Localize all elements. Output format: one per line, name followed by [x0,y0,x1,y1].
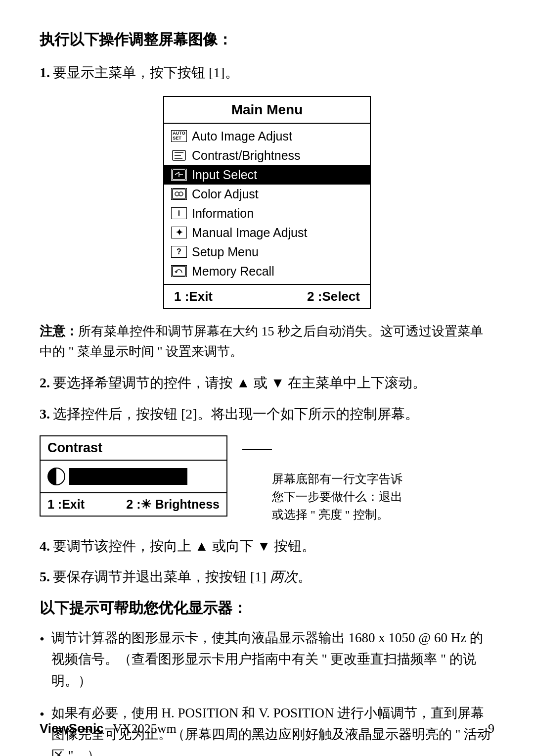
menu-item-auto-image-adjust[interactable]: AUTOSET Auto Image Adjust [164,127,370,146]
menu-label-manual-image-adjust: Manual Image Adjust [192,226,307,240]
svg-rect-9 [173,266,185,276]
menu-item-contrast-brightness[interactable]: Contrast/Brightness [164,146,370,165]
annotation-wrapper: 屏幕底部有一行文字告诉您下一步要做什么：退出或选择 " 亮度 " 控制。 [242,440,410,523]
bullet-dot-0: • [40,628,44,651]
menu-label-color-adjust: Color Adjust [192,187,259,201]
menu-item-information[interactable]: i Information [164,204,370,223]
svg-point-8 [179,192,183,196]
footer-page-number: 9 [488,721,494,736]
menu-label-setup-menu: Setup Menu [192,245,259,259]
step-2-number: 2. [40,375,50,390]
footer-model: VX2025wm [113,721,177,736]
contrast-bar-white [186,468,220,485]
step-3-text: 选择控件后，按按钮 [2]。将出现一个如下所示的控制屏幕。 [53,406,419,422]
menu-icon-manual-image-adjust: ✦ [171,227,187,238]
contrast-box: Contrast 1 :Exit 2 :☀ Brightness [40,435,227,517]
menu-item-color-adjust[interactable]: Color Adjust [164,185,370,204]
contrast-bar-area [41,461,226,492]
menu-item-memory-recall[interactable]: Memory Recall [164,262,370,281]
contrast-footer-exit: 1 :Exit [47,497,85,512]
step-4-number: 4. [40,538,50,554]
contrast-footer-brightness: 2 :☀ Brightness [126,497,220,512]
menu-icon-information: i [171,207,187,219]
menu-icon-color-adjust [171,188,187,200]
menu-item-manual-image-adjust[interactable]: ✦ Manual Image Adjust [164,223,370,242]
footer-brand-model: ViewSonic VX2025wm [40,721,177,736]
bullet-text-0: 调节计算器的图形显示卡，使其向液晶显示器输出 1680 x 1050 @ 60 … [51,627,494,692]
step-5-number: 5. [40,569,50,584]
main-menu-box: Main Menu AUTOSET Auto Image Adjust Cont… [163,96,371,309]
page-footer: ViewSonic VX2025wm 9 [40,721,494,736]
step-2: 2.要选择希望调节的控件，请按 ▲ 或 ▼ 在主菜单中上下滚动。 [40,372,494,394]
menu-icon-input-select [171,169,187,181]
main-menu-title: Main Menu [164,97,370,124]
step-1-text: 要显示主菜单，按下按钮 [1]。 [53,65,239,80]
contrast-footer: 1 :Exit 2 :☀ Brightness [41,492,226,516]
step-4-text: 要调节该控件，按向上 ▲ 或向下 ▼ 按钮。 [53,538,315,554]
note-label: 注意： [40,324,78,338]
step-4: 4.要调节该控件，按向上 ▲ 或向下 ▼ 按钮。 [40,535,494,558]
main-menu-footer: 1 :Exit 2 :Select [164,284,370,308]
menu-label-information: Information [192,206,254,221]
menu-label-auto-image-adjust: Auto Image Adjust [192,129,292,143]
contrast-circle-icon [47,468,65,485]
step-5-end: 。 [298,569,312,584]
step-1: 1.要显示主菜单，按下按钮 [1]。 [40,62,494,84]
footer-brand: ViewSonic [40,721,104,736]
menu-item-input-select[interactable]: Input Select [164,165,370,185]
section-heading-2: 以下提示可帮助您优化显示器： [40,598,494,618]
note-text: 所有菜单控件和调节屏幕在大约 15 秒之后自动消失。这可透过设置菜单中的 " 菜… [40,324,483,359]
contrast-box-wrapper: Contrast 1 :Exit 2 :☀ Brightness 屏幕底部有一行… [40,435,494,523]
contrast-title: Contrast [41,436,226,461]
note-block: 注意：所有菜单控件和调节屏幕在大约 15 秒之后自动消失。这可透过设置菜单中的 … [40,321,494,362]
step-2-text: 要选择希望调节的控件，请按 ▲ 或 ▼ 在主菜单中上下滚动。 [53,375,426,390]
step-1-number: 1. [40,65,50,80]
step-5-italic: 两次 [267,569,298,584]
menu-footer-exit: 1 :Exit [174,289,213,304]
annotation-text: 屏幕底部有一行文字告诉您下一步要做什么：退出或选择 " 亮度 " 控制。 [272,470,410,523]
menu-label-contrast-brightness: Contrast/Brightness [192,148,301,163]
step-5-text: 要保存调节并退出菜单，按按钮 [1] [53,569,267,584]
menu-label-memory-recall: Memory Recall [192,264,274,279]
step-5: 5.要保存调节并退出菜单，按按钮 [1] 两次。 [40,566,494,588]
step-3-number: 3. [40,406,50,422]
menu-item-setup-menu[interactable]: ? Setup Menu [164,242,370,262]
menu-label-input-select: Input Select [192,168,257,182]
annotation-line [242,449,272,450]
svg-point-7 [175,192,179,196]
menu-icon-auto-image-adjust: AUTOSET [171,130,187,142]
menu-icon-memory-recall [171,265,187,277]
menu-icon-contrast-brightness [171,149,187,161]
menu-icon-setup-menu: ? [171,246,187,258]
step-3: 3.选择控件后，按按钮 [2]。将出现一个如下所示的控制屏幕。 [40,403,494,425]
annotation-line-connector [242,449,272,450]
main-menu-items: AUTOSET Auto Image Adjust Contrast/Brigh… [164,124,370,284]
contrast-bar-track [69,468,220,485]
annotation-content: 屏幕底部有一行文字告诉您下一步要做什么：退出或选择 " 亮度 " 控制。 [272,472,402,521]
menu-footer-select: 2 :Select [307,289,360,304]
bullet-item-0: • 调节计算器的图形显示卡，使其向液晶显示器输出 1680 x 1050 @ 6… [40,627,494,692]
section-heading-1: 执行以下操作调整屏幕图像： [40,30,494,50]
